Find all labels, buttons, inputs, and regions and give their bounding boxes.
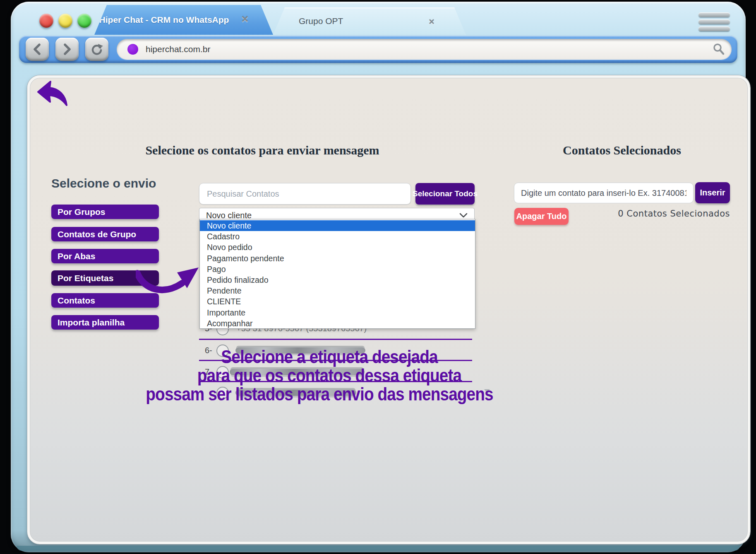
tab-title: Hiper Chat - CRM no WhatsApp [94, 5, 234, 35]
tag-dropdown-list: Novo cliente Cadastro Novo pedido Pagame… [199, 219, 475, 329]
contact-row-number: 6- [205, 346, 212, 355]
reload-button[interactable] [85, 38, 108, 61]
dropdown-option[interactable]: Pedido finalizado [200, 275, 475, 285]
url-text: hiperchat.com.br [146, 44, 210, 54]
dropdown-option[interactable]: Novo cliente [200, 220, 475, 231]
dropdown-option[interactable]: Pago [200, 264, 475, 275]
dropdown-option[interactable]: Acompanhar [200, 318, 475, 329]
dropdown-option[interactable]: Importante [200, 307, 475, 318]
dropdown-option[interactable]: Cadastro [200, 231, 475, 242]
url-field[interactable]: hiperchat.com.br [117, 39, 732, 60]
minimize-window-button[interactable] [58, 14, 72, 28]
annotation-line: para que os contatos dessa etiqueta [197, 366, 461, 385]
clear-all-button[interactable]: Apagar Tudo [514, 208, 569, 225]
menu-icon[interactable] [698, 12, 730, 32]
page-content: Selecione os contatos para enviar mensag… [27, 75, 750, 544]
sidebar-item-por-abas[interactable]: Por Abas [51, 249, 159, 263]
annotation-line: Selecione a etiqueta desejada [221, 347, 437, 366]
site-icon [127, 44, 138, 55]
guide-arrow-icon [136, 263, 204, 300]
annotation-line: possam ser listados para envio das mensa… [146, 385, 493, 404]
search-icon[interactable] [713, 43, 725, 55]
chevron-left-icon [32, 43, 42, 55]
sidebar-title: Selecione o envio [51, 176, 156, 190]
browser-toolbar: hiperchat.com.br [19, 36, 737, 63]
tab-title: Grupo OPT [299, 7, 343, 35]
sidebar-item-por-grupos[interactable]: Por Grupos [51, 205, 159, 219]
search-contacts-input[interactable] [199, 183, 411, 205]
chevron-right-icon [62, 43, 72, 55]
sidebar-item-importa-planilha[interactable]: Importa planilha [51, 315, 159, 330]
insert-contact-input[interactable] [514, 183, 694, 203]
browser-window-frame: Hiper Chat - CRM no WhatsApp ✕ Grupo OPT… [11, 2, 746, 552]
close-tab-icon[interactable]: ✕ [240, 14, 250, 25]
tab-grupo-opt[interactable]: Grupo OPT ✕ [273, 7, 466, 35]
list-divider [199, 339, 472, 340]
dropdown-option[interactable]: Pendente [200, 285, 475, 296]
page-back-arrow-icon[interactable] [35, 80, 70, 109]
close-tab-icon[interactable]: ✕ [426, 17, 437, 27]
dropdown-option[interactable]: Pagamento pendente [200, 253, 475, 264]
heading-selected-contacts: Contatos Selecionados [526, 143, 718, 157]
forward-button[interactable] [55, 38, 79, 61]
selected-count: 0 Contatos Selecionados [609, 209, 730, 219]
close-window-button[interactable] [39, 14, 53, 28]
dropdown-option[interactable]: Novo pedido [200, 242, 475, 253]
heading-select-contacts: Selecione os contatos para enviar mensag… [118, 143, 407, 157]
chevron-down-icon [459, 212, 468, 218]
tab-hiper-chat[interactable]: Hiper Chat - CRM no WhatsApp ✕ [94, 5, 273, 35]
sidebar-item-contatos-de-grupo[interactable]: Contatos de Grupo [51, 227, 159, 241]
select-all-button[interactable]: Selecionar Todos [415, 183, 475, 205]
dropdown-option[interactable]: CLIENTE [200, 296, 475, 307]
back-button[interactable] [26, 38, 49, 61]
insert-button[interactable]: Inserir [695, 182, 730, 203]
reload-icon [91, 43, 103, 55]
zoom-window-button[interactable] [77, 14, 91, 28]
